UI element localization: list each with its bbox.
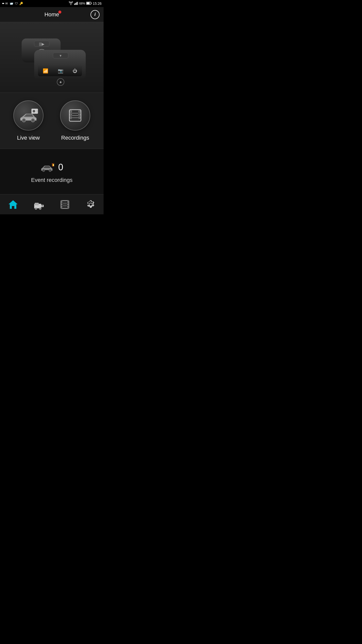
svg-rect-60: [63, 201, 67, 208]
svg-rect-34: [79, 114, 80, 115]
svg-rect-56: [61, 206, 62, 208]
svg-rect-33: [79, 111, 80, 112]
live-view-icon: [18, 107, 38, 124]
recording-indicator: [58, 11, 61, 14]
svg-rect-54: [61, 201, 62, 203]
time-display: 15:26: [93, 2, 102, 6]
key-icon: 🔑: [19, 2, 23, 5]
recordings-icon: [66, 107, 84, 124]
live-view-button[interactable]: Live view: [13, 100, 43, 141]
svg-rect-28: [36, 110, 38, 112]
svg-text:▼: ▼: [59, 54, 62, 58]
dashcam-front: ▼ 📶 📷 ⏻ ✦: [32, 42, 89, 86]
wifi-icon: [69, 2, 73, 6]
svg-rect-7: [86, 2, 89, 4]
svg-text:📶: 📶: [43, 68, 49, 74]
battery-percent: 68%: [79, 2, 85, 5]
svg-point-24: [22, 118, 26, 122]
recordings-circle: [60, 100, 90, 131]
live-nav-icon: [34, 199, 44, 210]
bottom-nav: [0, 194, 104, 214]
svg-rect-32: [70, 117, 72, 118]
mail-alt-icon: 📨: [9, 2, 13, 6]
main-menu: Live view Recordin: [0, 93, 104, 149]
svg-point-49: [41, 205, 43, 207]
svg-rect-59: [67, 206, 68, 208]
nav-recordings[interactable]: [56, 197, 74, 212]
home-nav-icon: [8, 199, 18, 210]
svg-rect-6: [91, 3, 92, 4]
header: Home i: [0, 7, 104, 22]
page-title: Home: [44, 11, 59, 18]
svg-rect-55: [61, 204, 62, 205]
signal-icon: [74, 2, 78, 6]
svg-rect-31: [70, 114, 72, 115]
status-icons-right: 68% 15:26: [69, 2, 102, 6]
status-icons-left: •• ✉ 📨 🛡 🔑: [2, 1, 23, 6]
nav-home[interactable]: [4, 197, 22, 212]
recordings-button[interactable]: Recordings: [60, 100, 90, 141]
svg-rect-58: [67, 204, 68, 205]
recordings-label: Recordings: [61, 135, 89, 141]
svg-point-40: [42, 169, 45, 172]
svg-point-25: [31, 118, 35, 122]
svg-rect-35: [79, 117, 80, 118]
svg-marker-43: [9, 200, 18, 209]
svg-rect-1: [75, 3, 76, 5]
info-button[interactable]: i: [90, 10, 100, 19]
status-bar: •• ✉ 📨 🛡 🔑 68%: [0, 0, 104, 7]
svg-text:⏻: ⏻: [73, 68, 77, 73]
mail-icon: ✉: [5, 2, 8, 5]
svg-rect-50: [43, 205, 44, 207]
battery-icon: [86, 2, 92, 6]
nav-settings[interactable]: [82, 197, 100, 212]
crash-car-icon: 💥: [40, 162, 54, 173]
live-view-label: Live view: [17, 135, 40, 141]
dots-icon: ••: [2, 1, 4, 6]
event-row: 💥 0: [40, 162, 63, 173]
svg-text:💥: 💥: [51, 163, 54, 167]
recordings-nav-icon: [60, 200, 69, 209]
svg-text:✦: ✦: [59, 80, 62, 85]
nav-live[interactable]: [30, 197, 48, 212]
svg-text:📷: 📷: [58, 68, 64, 74]
svg-point-46: [35, 208, 37, 210]
event-recordings-label: Event recordings: [31, 177, 72, 183]
live-view-circle: [13, 100, 43, 131]
svg-rect-45: [35, 203, 39, 205]
device-section: |||▶ ✦ ▼: [0, 22, 104, 93]
svg-rect-57: [67, 201, 68, 203]
svg-point-41: [49, 169, 51, 172]
svg-rect-3: [77, 2, 77, 5]
svg-point-27: [33, 110, 35, 112]
event-section: 💥 0 Event recordings: [0, 149, 104, 194]
svg-rect-0: [74, 4, 75, 5]
svg-rect-2: [76, 2, 76, 5]
svg-rect-4: [78, 2, 78, 5]
event-count: 0: [58, 162, 63, 173]
svg-point-47: [39, 208, 41, 210]
settings-nav-icon: [86, 200, 96, 209]
dashcam-image: |||▶ ✦ ▼: [14, 28, 89, 86]
shield-icon: 🛡: [15, 2, 18, 5]
svg-rect-30: [70, 111, 72, 112]
